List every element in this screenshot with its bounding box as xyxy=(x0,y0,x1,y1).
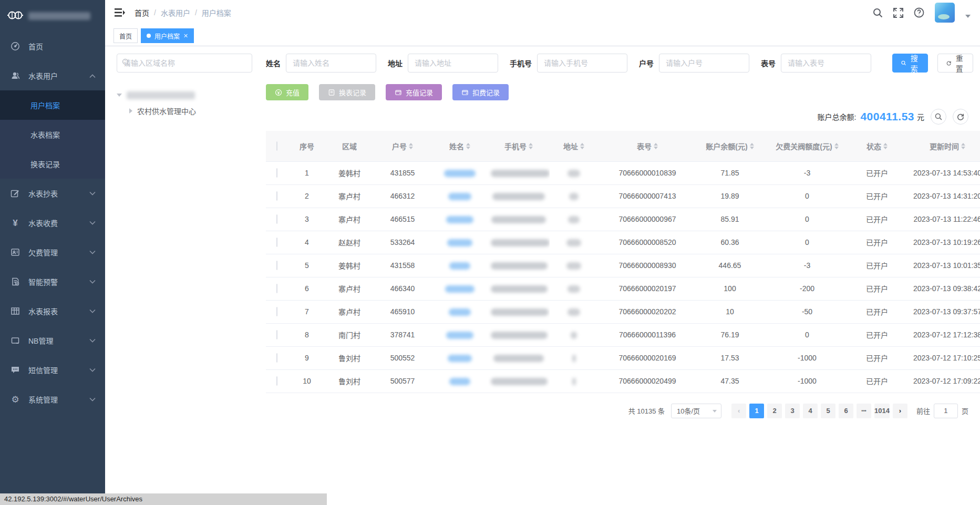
cell-valve-threshold: -3 xyxy=(763,161,851,184)
cell-valve-threshold: -50 xyxy=(763,300,851,323)
row-checkbox[interactable] xyxy=(276,214,277,224)
avatar[interactable] xyxy=(935,3,955,23)
户号-input[interactable] xyxy=(659,54,749,73)
sidebar-item-9[interactable]: 短信管理 xyxy=(0,355,105,385)
sidebar-subitem-水表档案[interactable]: 水表档案 xyxy=(0,120,105,149)
cell-name-redacted-link[interactable] xyxy=(449,262,470,270)
toolbar-button-换表记录[interactable]: 换表记录 xyxy=(319,84,375,100)
sidebar-item-6[interactable]: 智能预警 xyxy=(0,267,105,296)
表号-input[interactable] xyxy=(781,54,871,73)
姓名-input[interactable] xyxy=(286,54,376,73)
tab-用户档案[interactable]: 用户档案✕ xyxy=(141,28,194,43)
tab-首页[interactable]: 首页 xyxy=(114,28,138,43)
page-button-1014[interactable]: 1014 xyxy=(874,404,890,418)
cell-name-redacted-link[interactable] xyxy=(445,285,474,293)
page-button-2[interactable]: 2 xyxy=(767,404,782,418)
cell-balance: 446.65 xyxy=(697,254,763,277)
row-checkbox[interactable] xyxy=(276,284,277,293)
caret-right-icon[interactable] xyxy=(129,108,132,114)
user-table: 序号区域户号姓名手机号地址表号账户余额(元)欠费关阀额度(元)状态更新时间 1姜… xyxy=(266,131,980,393)
sort-caret-icon[interactable] xyxy=(466,143,470,149)
sort-caret-icon[interactable] xyxy=(961,143,965,149)
sort-caret-icon[interactable] xyxy=(409,143,413,149)
caret-down-icon[interactable] xyxy=(117,94,122,97)
cell-name-redacted-link[interactable] xyxy=(444,170,476,177)
select-all-checkbox[interactable] xyxy=(276,141,277,151)
sidebar-item-7[interactable]: 水表报表 xyxy=(0,296,105,326)
app-logo xyxy=(0,0,105,32)
page-button-3[interactable]: 3 xyxy=(785,404,800,418)
cell-name-redacted-link[interactable] xyxy=(446,332,473,339)
sort-caret-icon[interactable] xyxy=(750,143,754,149)
column-header: 账户余额(元) xyxy=(706,141,747,151)
tree-child-node[interactable]: 农村供水管理中心 xyxy=(117,103,266,119)
手机号-input[interactable] xyxy=(537,54,627,73)
sidebar-submenu: 用户档案水表档案换表记录 xyxy=(0,90,105,179)
more-pages-button[interactable]: ••• xyxy=(857,404,871,418)
sort-caret-icon[interactable] xyxy=(580,143,584,149)
region-search-input[interactable] xyxy=(117,54,252,73)
toolbar-button-充值记录[interactable]: 充值记录 xyxy=(386,84,442,100)
sort-caret-icon[interactable] xyxy=(654,143,658,149)
page-size-select[interactable]: 10条/页 xyxy=(671,404,721,418)
table-row: 3寨卢村4665157066600000096785.910已开户2023-07… xyxy=(266,208,980,231)
search-button[interactable]: 搜索 xyxy=(892,54,928,73)
caret-down-icon[interactable] xyxy=(965,15,971,18)
row-checkbox[interactable] xyxy=(276,330,277,339)
sort-caret-icon[interactable] xyxy=(883,143,888,149)
cell-balance: 10 xyxy=(697,300,763,323)
cell-name-redacted-link[interactable] xyxy=(448,355,472,362)
cell-name-redacted-link[interactable] xyxy=(449,378,470,385)
row-checkbox[interactable] xyxy=(276,238,277,247)
status-badge: 已开户 xyxy=(851,369,903,393)
next-page-button[interactable]: › xyxy=(893,404,907,418)
row-checkbox[interactable] xyxy=(276,353,277,363)
row-checkbox[interactable] xyxy=(276,261,277,270)
sort-caret-icon[interactable] xyxy=(834,143,839,149)
row-checkbox[interactable] xyxy=(276,168,277,178)
sidebar-item-2[interactable]: 水表用户 xyxy=(0,61,105,90)
sidebar-subitem-用户档案[interactable]: 用户档案 xyxy=(0,90,105,120)
sidebar-subitem-换表记录[interactable]: 换表记录 xyxy=(0,149,105,179)
page-button-6[interactable]: 6 xyxy=(839,404,853,418)
zoom-button[interactable] xyxy=(931,109,946,125)
sort-caret-icon[interactable] xyxy=(529,143,533,149)
tree-root-node[interactable] xyxy=(117,87,266,103)
cell-address-redacted xyxy=(568,285,580,293)
help-icon[interactable] xyxy=(914,7,924,18)
row-checkbox[interactable] xyxy=(276,376,277,386)
chevron-down-icon xyxy=(89,220,96,226)
refresh-button[interactable] xyxy=(953,109,968,125)
row-checkbox[interactable] xyxy=(276,191,277,201)
cell-name-redacted-link[interactable] xyxy=(449,308,471,316)
prev-page-button[interactable]: ‹ xyxy=(731,404,746,418)
cell-name-redacted-link[interactable] xyxy=(448,193,471,200)
cell-region: 姜韩村 xyxy=(326,254,373,277)
page-button-5[interactable]: 5 xyxy=(821,404,835,418)
cell-household-no: 500552 xyxy=(373,346,432,369)
sidebar-item-4[interactable]: ¥水表收费 xyxy=(0,208,105,238)
cell-name-redacted-link[interactable] xyxy=(446,216,473,223)
search-icon[interactable] xyxy=(873,8,883,18)
page-button-1[interactable]: 1 xyxy=(749,404,764,418)
goto-page-input[interactable] xyxy=(934,404,958,418)
close-icon[interactable]: ✕ xyxy=(183,33,188,39)
cell-updated: 2023-07-12 17:12:38 xyxy=(903,323,980,346)
sidebar-item-1[interactable]: 首页 xyxy=(0,32,105,61)
toolbar-button-充值[interactable]: 充值 xyxy=(266,84,308,100)
sidebar-item-3[interactable]: 水表抄表 xyxy=(0,179,105,208)
sidebar-item-10[interactable]: ⚙系统管理 xyxy=(0,385,105,414)
region-search xyxy=(117,54,252,73)
sidebar-item-8[interactable]: NB管理 xyxy=(0,326,105,355)
sidebar-item-5[interactable]: 欠费管理 xyxy=(0,238,105,267)
hamburger-icon[interactable] xyxy=(115,8,125,17)
reset-button[interactable]: 重置 xyxy=(937,54,973,73)
cell-name-redacted-link[interactable] xyxy=(447,239,472,246)
breadcrumb-item[interactable]: 首页 xyxy=(135,7,149,18)
row-checkbox[interactable] xyxy=(276,307,277,316)
cell-valve-threshold: -200 xyxy=(763,277,851,300)
fullscreen-icon[interactable] xyxy=(893,8,903,18)
toolbar-button-扣费记录[interactable]: 扣费记录 xyxy=(452,84,509,100)
地址-input[interactable] xyxy=(408,54,498,73)
page-button-4[interactable]: 4 xyxy=(803,404,818,418)
